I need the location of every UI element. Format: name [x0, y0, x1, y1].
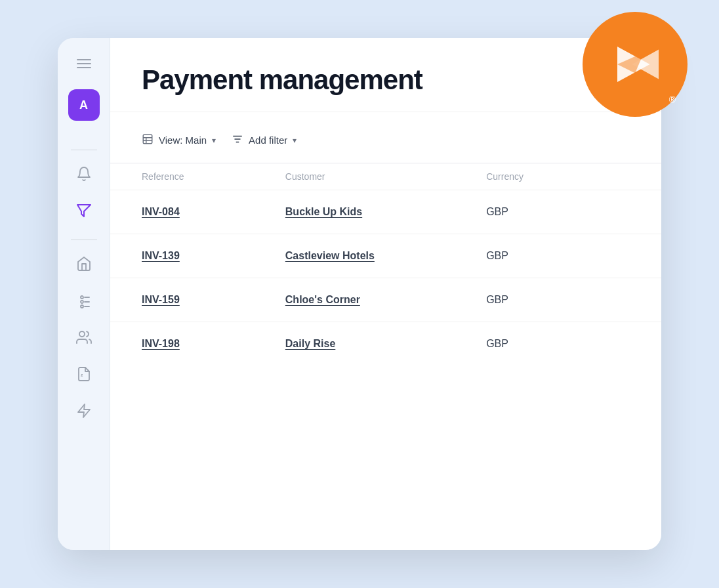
col-header-currency: Currency: [486, 171, 630, 182]
filter-icon: [232, 133, 243, 147]
lightning-icon[interactable]: [68, 395, 100, 427]
reference-link[interactable]: INV-198: [142, 338, 285, 350]
tasks-icon[interactable]: [68, 285, 100, 316]
documents-icon[interactable]: £: [68, 358, 100, 390]
sidebar-divider-1: [71, 150, 97, 150]
customer-link[interactable]: Chloe's Corner: [285, 294, 486, 306]
sidebar: A: [58, 38, 110, 550]
table-icon: [142, 133, 154, 147]
data-table: Reference Customer Currency INV-084 Buck…: [110, 163, 661, 366]
table-row: INV-084 Buckle Up Kids GBP: [110, 190, 661, 234]
toolbar: View: Main ▾ Add filter ▾: [110, 133, 661, 163]
view-chevron-icon: ▾: [212, 136, 216, 145]
sidebar-divider-2: [71, 240, 97, 240]
currency-cell: GBP: [486, 206, 630, 218]
col-header-customer: Customer: [285, 171, 486, 182]
page-header: Payment management: [110, 38, 661, 112]
customer-link[interactable]: Castleview Hotels: [285, 250, 486, 262]
table-row: INV-139 Castleview Hotels GBP: [110, 234, 661, 278]
hamburger-menu[interactable]: [77, 59, 91, 68]
reference-link[interactable]: INV-139: [142, 250, 285, 262]
add-filter-button[interactable]: Add filter ▾: [232, 133, 297, 147]
filter-label: Add filter: [249, 135, 287, 146]
home-icon[interactable]: [68, 248, 100, 280]
table-row: INV-159 Chloe's Corner GBP: [110, 278, 661, 322]
registered-symbol: ®: [669, 94, 676, 105]
reference-link[interactable]: INV-084: [142, 206, 285, 218]
view-label: View: Main: [159, 135, 207, 146]
reference-link[interactable]: INV-159: [142, 294, 285, 306]
table-body: INV-084 Buckle Up Kids GBP INV-139 Castl…: [110, 190, 661, 366]
content-area: View: Main ▾ Add filter ▾: [110, 112, 661, 550]
table-header: Reference Customer Currency: [110, 163, 661, 190]
customer-link[interactable]: Buckle Up Kids: [285, 206, 486, 218]
svg-point-5: [81, 301, 83, 303]
main-content: Payment management View: Main ▾: [110, 38, 661, 550]
customer-link[interactable]: Daily Rise: [285, 338, 486, 350]
app-logo: ®: [583, 12, 688, 117]
notifications-icon[interactable]: [68, 158, 100, 190]
currency-cell: GBP: [486, 338, 630, 350]
view-selector[interactable]: View: Main ▾: [142, 133, 216, 147]
svg-point-3: [81, 296, 83, 299]
svg-text:£: £: [81, 373, 83, 377]
svg-point-7: [81, 305, 83, 308]
col-header-reference: Reference: [142, 171, 285, 182]
app-container: ® A: [58, 38, 661, 550]
svg-rect-13: [143, 135, 152, 144]
svg-marker-12: [78, 404, 90, 417]
filter-chevron-icon: ▾: [293, 136, 297, 145]
svg-point-9: [79, 331, 85, 337]
user-avatar[interactable]: A: [68, 89, 100, 121]
table-row: INV-198 Daily Rise GBP: [110, 322, 661, 366]
filter-active-icon[interactable]: [68, 195, 100, 226]
currency-cell: GBP: [486, 294, 630, 306]
page-title: Payment management: [142, 64, 630, 96]
currency-cell: GBP: [486, 250, 630, 262]
team-icon[interactable]: [68, 322, 100, 353]
